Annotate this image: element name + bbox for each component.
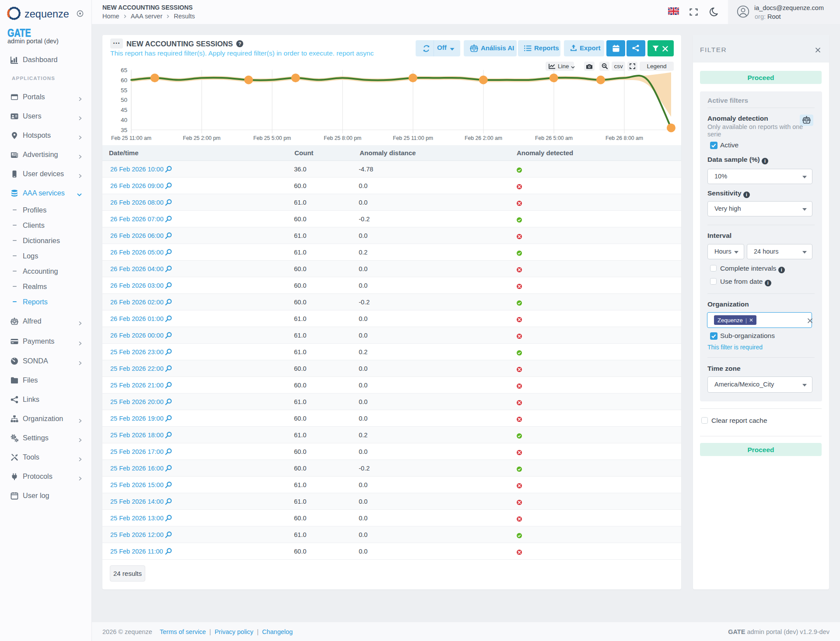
svg-text:Feb 26 8:00 am: Feb 26 8:00 am xyxy=(606,135,643,141)
svg-text:55: 55 xyxy=(121,87,127,94)
svg-text:Feb 25 11:00 pm: Feb 25 11:00 pm xyxy=(393,135,433,141)
svg-text:Feb 25 2:00 pm: Feb 25 2:00 pm xyxy=(183,135,220,141)
svg-text:45: 45 xyxy=(121,107,127,113)
svg-text:40: 40 xyxy=(121,117,127,123)
svg-text:Feb 25 5:00 pm: Feb 25 5:00 pm xyxy=(253,135,291,141)
svg-text:?: ? xyxy=(238,41,242,46)
svg-text:65: 65 xyxy=(121,67,127,73)
svg-text:Feb 26 2:00 am: Feb 26 2:00 am xyxy=(465,135,502,141)
svg-text:50: 50 xyxy=(121,97,127,103)
svg-text:Feb 25 11:00 am: Feb 25 11:00 am xyxy=(111,135,151,141)
svg-text:35: 35 xyxy=(121,127,127,133)
svg-text:Feb 26 5:00 am: Feb 26 5:00 am xyxy=(535,135,573,141)
svg-text:Feb 25 8:00 pm: Feb 25 8:00 pm xyxy=(324,135,361,141)
svg-text:60: 60 xyxy=(121,77,127,84)
